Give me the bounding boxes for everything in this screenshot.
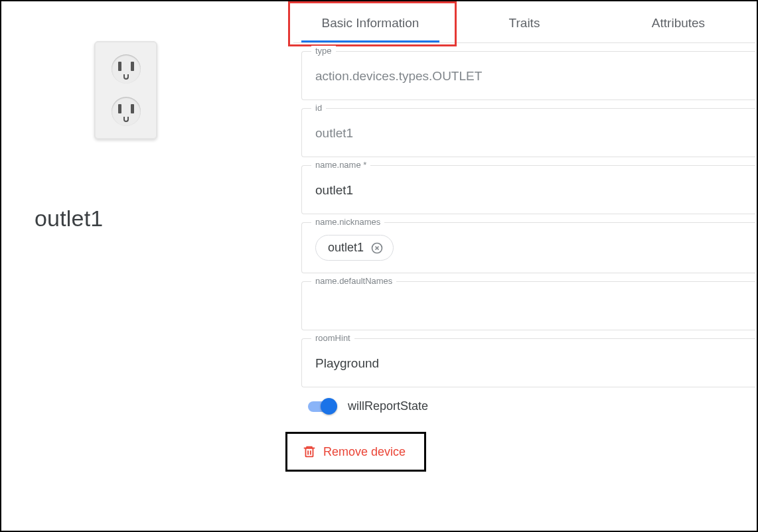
- room-hint-input[interactable]: [315, 356, 742, 371]
- name-name-input[interactable]: [315, 183, 742, 198]
- field-name-name[interactable]: name.name *: [301, 165, 755, 214]
- device-sidebar: outlet1: [1, 1, 293, 531]
- device-name-heading: outlet1: [35, 206, 103, 232]
- tab-traits[interactable]: Traits: [447, 1, 601, 42]
- field-room-hint[interactable]: roomHint: [301, 338, 755, 387]
- tab-basic-information[interactable]: Basic Information: [293, 1, 447, 42]
- field-room-hint-label: roomHint: [311, 333, 354, 343]
- field-nicknames[interactable]: name.nicknames outlet1: [301, 222, 755, 273]
- tabs: Basic Information Traits Attributes: [293, 1, 755, 43]
- nickname-chip[interactable]: outlet1: [315, 235, 394, 261]
- field-id-value: outlet1: [315, 126, 742, 141]
- field-default-names-label: name.defaultNames: [311, 276, 396, 286]
- will-report-state-row: willReportState: [308, 399, 755, 413]
- remove-device-label: Remove device: [323, 445, 406, 459]
- tab-attributes[interactable]: Attributes: [601, 1, 755, 42]
- field-name-name-label: name.name *: [311, 160, 370, 170]
- main-panel: Basic Information Traits Attributes type…: [293, 1, 757, 531]
- will-report-state-label: willReportState: [348, 399, 428, 413]
- field-nicknames-label: name.nicknames: [311, 217, 384, 227]
- remove-device-button[interactable]: Remove device: [285, 432, 426, 472]
- basic-info-form: type action.devices.types.OUTLET id outl…: [293, 43, 755, 472]
- field-id[interactable]: id outlet1: [301, 108, 755, 157]
- svg-rect-3: [306, 448, 313, 457]
- close-icon[interactable]: [370, 241, 384, 255]
- toggle-knob: [321, 398, 337, 415]
- field-type-label: type: [311, 46, 336, 56]
- app-frame: outlet1 Basic Information Traits Attribu…: [0, 0, 758, 532]
- field-type[interactable]: type action.devices.types.OUTLET: [301, 51, 755, 100]
- nickname-chip-label: outlet1: [328, 241, 364, 255]
- tabs-container: Basic Information Traits Attributes: [293, 1, 755, 43]
- field-type-value: action.devices.types.OUTLET: [315, 69, 742, 84]
- socket-bottom: [112, 97, 141, 126]
- socket-top: [112, 54, 141, 84]
- trash-icon: [302, 444, 317, 459]
- field-default-names[interactable]: name.defaultNames: [301, 281, 755, 330]
- field-id-label: id: [311, 103, 326, 113]
- will-report-state-toggle[interactable]: [308, 401, 336, 412]
- outlet-icon: [94, 41, 157, 139]
